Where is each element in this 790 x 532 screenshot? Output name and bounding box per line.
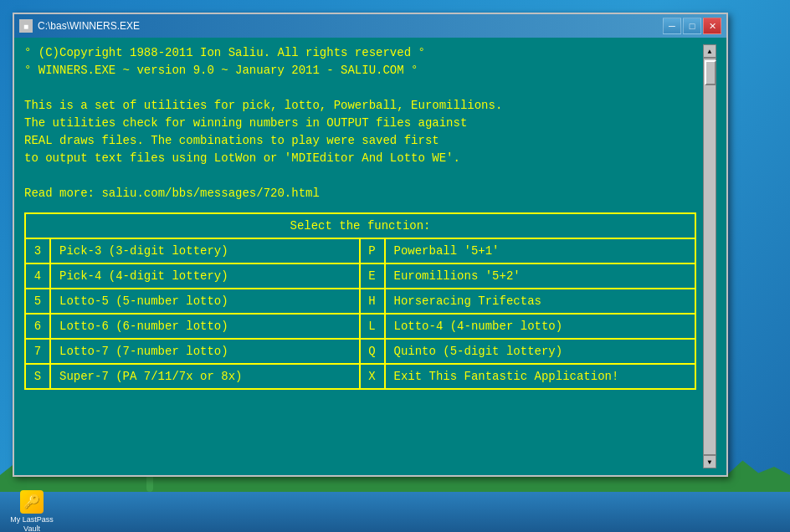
title-bar: ■ C:\bas\WINNERS.EXE ─ □ ✕ [14, 14, 726, 38]
menu-key-h: H [361, 289, 386, 313]
menu-key-q: Q [361, 340, 386, 363]
blank-line1 [24, 79, 696, 97]
menu-row-6[interactable]: 6 Lotto-6 (6-number lotto) [26, 315, 359, 340]
menu-label-6: Lotto-6 (6-number lotto) [51, 315, 359, 338]
title-bar-left: ■ C:\bas\WINNERS.EXE [19, 19, 140, 33]
menu-row-l[interactable]: L Lotto-4 (4-number lotto) [361, 315, 695, 340]
menu-row-p[interactable]: P Powerball '5+1' [361, 239, 695, 264]
menu-right-column: P Powerball '5+1' E Euromillions '5+2' H… [361, 239, 695, 388]
menu-label-q: Quinto (5-digit lottery) [386, 340, 695, 363]
menu-key-5: 5 [26, 289, 51, 313]
menu-grid: 3 Pick-3 (3-digit lottery) 4 Pick-4 (4-d… [26, 239, 695, 388]
menu-label-x: Exit This Fantastic Application! [386, 365, 695, 388]
header-text: ° (C)Copyright 1988-2011 Ion Saliu. All … [24, 44, 696, 202]
menu-row-5[interactable]: 5 Lotto-5 (5-number lotto) [26, 289, 359, 315]
menu-key-e: E [361, 264, 386, 288]
description-line2: The utilities check for winning numbers … [24, 115, 696, 132]
window-content: ° (C)Copyright 1988-2011 Ion Saliu. All … [14, 38, 726, 475]
main-content: ° (C)Copyright 1988-2011 Ion Saliu. All … [24, 44, 703, 468]
description-line4: to output text files using LotWon or 'MD… [24, 150, 696, 167]
scrollbar-up-arrow[interactable]: ▲ [703, 44, 716, 58]
window-icon: ■ [19, 19, 33, 33]
copyright-line2: ° WINNERS.EXE ~ version 9.0 ~ January 20… [24, 62, 696, 79]
menu-label-5: Lotto-5 (5-number lotto) [51, 289, 359, 313]
maximize-button[interactable]: □ [683, 18, 701, 34]
blank-line2 [24, 167, 696, 185]
menu-row-4[interactable]: 4 Pick-4 (4-digit lottery) [26, 264, 359, 289]
copyright-line1: ° (C)Copyright 1988-2011 Ion Saliu. All … [24, 44, 696, 62]
menu-row-x[interactable]: X Exit This Fantastic Application! [361, 365, 695, 388]
menu-key-4: 4 [26, 264, 51, 288]
menu-label-4: Pick-4 (4-digit lottery) [51, 264, 359, 288]
close-button[interactable]: ✕ [703, 18, 721, 34]
taskbar: 🔑 My LastPassVault [0, 492, 790, 532]
title-buttons: ─ □ ✕ [663, 18, 721, 34]
scrollbar[interactable]: ▲ ▼ [703, 44, 716, 468]
menu-key-x: X [361, 365, 386, 388]
scrollbar-track[interactable] [703, 58, 716, 455]
menu-row-q[interactable]: Q Quinto (5-digit lottery) [361, 340, 695, 365]
menu-row-s[interactable]: S Super-7 (PA 7/11/7x or 8x) [26, 365, 359, 388]
minimize-button[interactable]: ─ [663, 18, 681, 34]
read-more-line: Read more: saliu.com/bbs/messages/720.ht… [24, 185, 696, 202]
menu-label-l: Lotto-4 (4-number lotto) [386, 315, 695, 338]
taskbar-item-lastpass[interactable]: 🔑 My LastPassVault [7, 490, 57, 532]
scrollbar-down-arrow[interactable]: ▼ [703, 455, 716, 468]
menu-key-7: 7 [26, 340, 51, 363]
window-title: C:\bas\WINNERS.EXE [38, 20, 140, 32]
lastpass-icon: 🔑 [20, 490, 44, 514]
application-window: ■ C:\bas\WINNERS.EXE ─ □ ✕ ° (C)Copyrigh… [13, 13, 728, 477]
menu-key-l: L [361, 315, 386, 338]
menu-title: Select the function: [26, 214, 695, 239]
menu-label-s: Super-7 (PA 7/11/7x or 8x) [51, 365, 359, 388]
menu-key-3: 3 [26, 239, 51, 263]
menu-key-p: P [361, 239, 386, 263]
menu-left-column: 3 Pick-3 (3-digit lottery) 4 Pick-4 (4-d… [26, 239, 361, 388]
menu-label-p: Powerball '5+1' [386, 239, 695, 263]
menu-row-e[interactable]: E Euromillions '5+2' [361, 264, 695, 289]
scrollbar-thumb[interactable] [705, 60, 716, 85]
menu-key-6: 6 [26, 315, 51, 338]
menu-label-e: Euromillions '5+2' [386, 264, 695, 288]
taskbar-item-label: My LastPassVault [10, 515, 54, 532]
menu-label-h: Horseracing Trifectas [386, 289, 695, 313]
menu-key-s: S [26, 365, 51, 388]
description-line1: This is a set of utilities for pick, lot… [24, 97, 696, 115]
menu-row-7[interactable]: 7 Lotto-7 (7-number lotto) [26, 340, 359, 365]
menu-row-3[interactable]: 3 Pick-3 (3-digit lottery) [26, 239, 359, 264]
menu-label-3: Pick-3 (3-digit lottery) [51, 239, 359, 263]
description-line3: REAL draws files. The combinations to pl… [24, 132, 696, 150]
menu-label-7: Lotto-7 (7-number lotto) [51, 340, 359, 363]
menu-row-h[interactable]: H Horseracing Trifectas [361, 289, 695, 315]
function-menu: Select the function: 3 Pick-3 (3-digit l… [24, 212, 696, 390]
